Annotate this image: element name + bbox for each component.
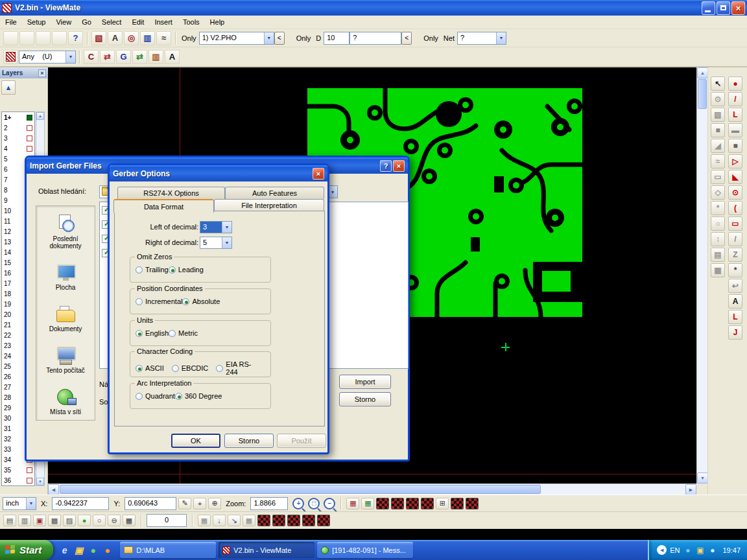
layers-panel-header[interactable]: Layers × xyxy=(0,67,48,78)
zigzag-tool-icon[interactable]: Z xyxy=(728,248,742,262)
place-item[interactable]: Poslední dokumenty xyxy=(38,214,93,250)
polyline-tool-icon[interactable]: L xyxy=(728,108,742,122)
film-view-icon-2[interactable] xyxy=(391,498,404,509)
view-mode-icon-3[interactable] xyxy=(287,515,300,526)
text-tool-icon[interactable]: A xyxy=(728,294,742,309)
import-button[interactable]: Import xyxy=(339,375,391,389)
swap-cg-icon[interactable]: ⇄ xyxy=(100,50,115,64)
place-item[interactable]: Místa v síti xyxy=(38,387,93,415)
zoom-value-field[interactable]: 1.8866 xyxy=(250,497,288,510)
crosshair-icon[interactable]: + xyxy=(193,498,206,509)
layer-visibility-chip[interactable] xyxy=(27,146,32,152)
window-titlebar[interactable]: V2.bin - ViewMate × xyxy=(0,0,747,16)
radio-option[interactable]: 360 Degree xyxy=(175,392,222,400)
start-button[interactable]: Start xyxy=(0,540,53,560)
import-cancel-button[interactable]: Storno xyxy=(339,392,391,406)
scroll-down-button[interactable]: ▼ xyxy=(697,472,708,484)
language-bar-icon[interactable]: ● xyxy=(683,545,693,555)
rect-tool-icon[interactable]: ▭ xyxy=(728,216,742,231)
scroll-right-button[interactable]: ▶ xyxy=(685,484,696,495)
menu-item[interactable]: Tools xyxy=(178,16,205,29)
swap-gh-icon[interactable]: ⇄ xyxy=(132,50,147,64)
previous-dcode-button[interactable]: < xyxy=(401,32,412,45)
tab-rs274x-options[interactable]: RS274-X Options xyxy=(117,187,225,199)
circle-pad-tool-icon[interactable]: ⊙ xyxy=(728,185,742,200)
layer-visibility-chip[interactable] xyxy=(27,115,32,121)
restore-button[interactable] xyxy=(717,1,730,15)
shape-filter-select[interactable]: Any (U) ▼ xyxy=(19,51,76,64)
place-item[interactable]: Tento počítač xyxy=(38,345,93,374)
menu-item[interactable]: Insert xyxy=(149,16,178,29)
aperture-grid-button[interactable] xyxy=(3,50,18,64)
layer-row[interactable]: 36 xyxy=(2,475,34,485)
layers-a-icon[interactable]: ▤ xyxy=(3,515,16,526)
layer-row[interactable]: 2 xyxy=(2,122,34,133)
star-tool-icon[interactable]: * xyxy=(711,201,725,215)
arc-tool-icon[interactable]: ( xyxy=(728,201,742,215)
draw-mode-icon[interactable]: ✎ xyxy=(178,498,191,509)
view-mode-icon-4[interactable] xyxy=(302,515,315,526)
h-aperture-icon[interactable]: ▥ xyxy=(148,50,163,64)
right-decimal-select[interactable]: 5 ▼ xyxy=(200,237,232,249)
close-button[interactable]: × xyxy=(731,1,745,15)
zoom-out-icon[interactable]: − xyxy=(324,498,335,509)
frame-tool-icon[interactable]: ▭ xyxy=(711,170,725,184)
g-aperture-icon[interactable]: G xyxy=(116,50,131,64)
layer-visibility-chip[interactable] xyxy=(27,125,32,131)
taskbar-task-button[interactable]: V2.bin - ViewMate xyxy=(219,542,314,558)
layer-row[interactable]: 1+ xyxy=(2,112,34,122)
anchor-down-icon[interactable]: ↓ xyxy=(213,515,226,526)
clock[interactable]: 19:47 xyxy=(722,546,741,554)
y-coordinate-field[interactable]: 0.690643 xyxy=(124,497,176,510)
layer-row[interactable]: 4 xyxy=(2,143,34,154)
pad-grid-icon[interactable]: ▦ xyxy=(243,515,255,526)
triangle-tool-icon[interactable]: ◣ xyxy=(728,170,742,184)
a-aperture-icon[interactable]: A xyxy=(165,50,180,64)
radio-option[interactable]: Leading xyxy=(169,266,204,274)
radio-option[interactable]: English xyxy=(136,329,169,337)
menu-item[interactable]: Setup xyxy=(22,16,51,29)
l-shape-tool-icon[interactable]: L xyxy=(728,310,742,324)
context-help-icon[interactable]: ? xyxy=(68,31,83,45)
scroll-down-icon[interactable]: ▼ xyxy=(36,478,44,485)
zoom-in-icon[interactable]: + xyxy=(292,498,304,509)
place-item[interactable]: Dokumenty xyxy=(38,304,93,332)
minimize-button[interactable] xyxy=(702,1,715,15)
menu-item[interactable]: Go xyxy=(77,16,97,29)
radio-option[interactable]: Incremental xyxy=(136,298,182,305)
film-view-icon-3[interactable] xyxy=(406,498,419,509)
vertical-scroll-thumb[interactable] xyxy=(698,79,707,109)
wave-icon[interactable]: ≈ xyxy=(156,31,171,45)
radio-option[interactable]: EBCDIC xyxy=(172,364,209,372)
layers-b-icon[interactable]: ▥ xyxy=(18,515,31,526)
square-tool-icon[interactable]: ■ xyxy=(728,139,742,153)
dialog-help-button[interactable]: ? xyxy=(380,160,392,172)
import-dialog-close-button[interactable]: × xyxy=(393,160,405,172)
layer-visibility-chip[interactable] xyxy=(27,135,32,141)
radio-option[interactable]: Quadrant xyxy=(136,392,175,400)
layers-e-icon[interactable]: ▨ xyxy=(63,515,76,526)
ok-button[interactable]: OK xyxy=(171,434,220,448)
probe-icon[interactable]: ⊖ xyxy=(108,515,121,526)
tab-file-interpretation[interactable]: File Interpretation xyxy=(214,199,324,211)
volume-icon[interactable]: ● xyxy=(707,545,717,555)
zoom-window-icon[interactable]: □ xyxy=(308,498,320,509)
film-view-icon-5[interactable] xyxy=(451,498,464,509)
grid-value-field[interactable]: 0 xyxy=(147,514,187,527)
dcode-filter-input[interactable]: ? xyxy=(350,32,401,45)
smooth-tool-icon[interactable]: ≈ xyxy=(711,154,725,169)
polygon-tool-icon[interactable]: ▬ xyxy=(728,123,742,137)
horizontal-scroll-thumb[interactable] xyxy=(60,485,541,494)
table-icon[interactable]: ▦ xyxy=(123,515,136,526)
gerber-dialog-titlebar[interactable]: Gerber Options × xyxy=(110,165,327,181)
origin-icon[interactable]: ⊕ xyxy=(208,498,221,509)
layer-row[interactable]: 3 xyxy=(2,133,34,143)
ie-quicklaunch-icon[interactable]: e xyxy=(59,544,70,555)
dcode-input[interactable]: 10 xyxy=(324,32,350,45)
stretch-tool-icon[interactable]: ↕ xyxy=(711,232,725,246)
anchor-corner-icon[interactable]: ↘ xyxy=(228,515,241,526)
layer-visibility-chip[interactable] xyxy=(27,467,32,473)
taskbar-task-button[interactable]: D:\MLAB xyxy=(120,542,216,558)
save-icon[interactable] xyxy=(36,31,51,45)
only-dcode-toggle[interactable]: Only xyxy=(296,34,311,42)
